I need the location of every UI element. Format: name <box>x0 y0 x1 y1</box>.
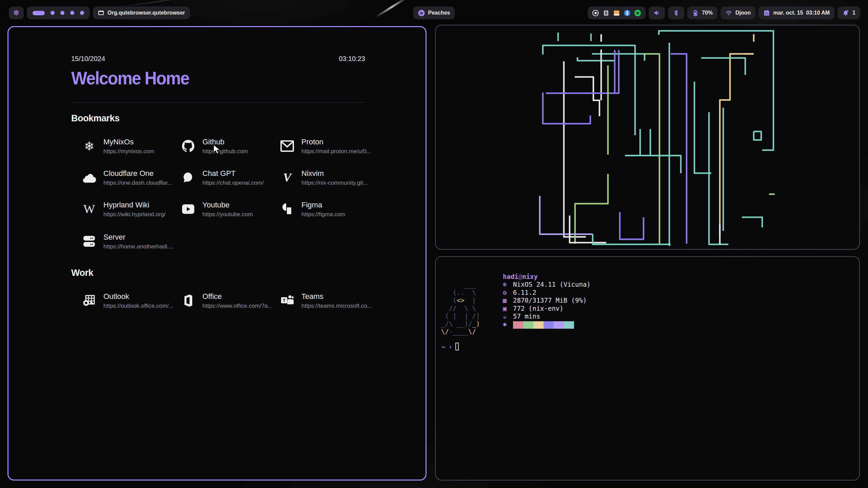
bookmark-outlook[interactable]: Outlook https://outlook.office.com/... <box>82 290 177 311</box>
bookmark-label: Nixvim <box>301 169 368 178</box>
tray-keepass-icon[interactable] <box>603 9 610 17</box>
desktop: ❄ Org.qutebrowser.qutebrowser Peaches <box>0 0 868 488</box>
fastfetch-os-row: ❄NixOS 24.11 (Vicuna) <box>503 281 591 288</box>
bookmark-label: Cloudflare One <box>103 169 172 178</box>
palette-swatch <box>554 321 564 329</box>
bookmark-label: Server <box>103 233 174 242</box>
chat-bubble-icon <box>181 170 196 185</box>
network-pill[interactable]: Djoon <box>721 6 755 19</box>
bookmark-label: Teams <box>301 292 372 301</box>
bluetooth-pill[interactable] <box>668 6 684 19</box>
palette-swatch <box>564 321 574 329</box>
workspace-dot[interactable] <box>70 11 74 15</box>
youtube-icon <box>181 202 196 217</box>
battery-pill[interactable]: 70% <box>687 6 717 19</box>
bookmark-url: https://www.office.com/?a... <box>202 303 273 309</box>
tray-folder-icon[interactable] <box>613 9 620 17</box>
startpage-time: 03:10:23 <box>339 55 365 63</box>
nixos-menu-button[interactable]: ❄ <box>9 6 24 19</box>
bookmarks-row: W Hyprland Wiki https://wiki.hyprland.or… <box>82 199 365 220</box>
tray-camera-icon[interactable] <box>592 9 599 17</box>
bookmark-label: Hyprland Wiki <box>103 201 165 209</box>
notifications-pill[interactable]: 1 <box>837 6 860 19</box>
nix-snowflake-icon: ❄ <box>82 139 97 154</box>
volume-icon <box>653 9 660 16</box>
palette-swatch <box>544 321 554 329</box>
bookmark-server[interactable]: Server https://home.anotherhadi.... <box>82 231 177 252</box>
office-icon <box>181 293 196 308</box>
vim-v-icon: V <box>280 170 295 185</box>
tray-spotify-icon[interactable] <box>634 9 641 17</box>
bookmark-nixvim[interactable]: V Nixvim https://nix-community.git... <box>280 167 375 188</box>
prompt-chevron-icon: › <box>448 343 452 350</box>
teams-icon: T <box>280 293 295 308</box>
kernel-icon: ⚙ <box>503 289 513 297</box>
battery-icon <box>692 9 699 17</box>
svg-text:T: T <box>283 298 285 303</box>
workspaces-indicator[interactable] <box>27 6 90 19</box>
bookmark-youtube[interactable]: Youtube https://youtube.com <box>181 199 276 220</box>
bookmark-chatgpt[interactable]: Chat GPT https://chat.openai.com/ <box>181 167 276 188</box>
palette-icon: ✱ <box>503 320 513 329</box>
fastfetch-user-host: hadi@nixy <box>503 273 591 281</box>
github-icon <box>181 139 196 154</box>
cloud-icon <box>82 170 97 185</box>
prompt-path: ~ <box>441 343 445 350</box>
wiki-w-icon: W <box>82 202 97 217</box>
bookmark-label: Chat GPT <box>202 169 264 178</box>
now-playing-pill[interactable]: Peaches <box>413 6 455 19</box>
now-playing-title: Peaches <box>428 10 450 16</box>
window-icon <box>98 9 104 16</box>
memory-icon: ▦ <box>503 297 513 304</box>
bookmark-hyprland-wiki[interactable]: W Hyprland Wiki https://wiki.hyprland.or… <box>82 199 177 220</box>
bookmark-office[interactable]: Office https://www.office.com/?a... <box>181 290 276 311</box>
palette-swatch <box>513 321 523 329</box>
tux-ascii-art: ___ (.. \ (<> | // \ \ ( | | /|_/\ __)/_… <box>441 281 480 336</box>
bookmark-url: https://mail.proton.me/u/0... <box>301 148 371 155</box>
qutebrowser-window: 15/10/2024 03:10:23 Welcome Home Bookmar… <box>7 26 427 481</box>
terminal-color-palette <box>513 321 574 329</box>
bookmark-url: https://outlook.office.com/... <box>103 303 174 309</box>
clock-pill[interactable]: mar. oct. 15 03:10 AM <box>758 6 834 19</box>
bookmark-proton[interactable]: Proton https://mail.proton.me/u/0... <box>280 136 375 157</box>
bookmark-cloudflare-one[interactable]: Cloudflare One https://one.dash.cloudfla… <box>82 167 177 188</box>
bookmark-url: https://one.dash.cloudflar... <box>103 180 172 186</box>
workspace-dot[interactable] <box>60 11 64 15</box>
terminal-pipes-window[interactable] <box>435 25 860 250</box>
startpage-date: 15/10/2024 <box>71 55 105 63</box>
bookmark-github[interactable]: Github https://github.com <box>181 136 276 157</box>
spotify-icon <box>418 9 425 17</box>
fastfetch-palette-row: ✱ <box>503 320 591 329</box>
server-icon <box>82 234 97 249</box>
mail-icon <box>280 139 295 154</box>
palette-swatch <box>533 321 544 329</box>
os-icon: ❄ <box>503 281 513 288</box>
wifi-icon <box>725 9 732 16</box>
bookmark-teams[interactable]: T Teams https://teams.microsoft.co... <box>280 290 375 311</box>
topbar-right: 70% Djoon mar. oct. 15 03:10 AM <box>588 6 860 19</box>
terminal-fastfetch-window[interactable]: ___ (.. \ (<> | // \ \ ( | | /|_/\ __)/_… <box>435 256 860 481</box>
bookmark-url: https://chat.openai.com/ <box>202 180 264 186</box>
bookmark-url: https://home.anotherhadi.... <box>103 243 174 250</box>
bookmark-label: Outlook <box>103 292 174 301</box>
bookmark-url: https://mynixos.com <box>103 148 154 155</box>
bookmark-label: Office <box>202 292 273 301</box>
tray-bluetooth-icon[interactable] <box>624 9 631 17</box>
workspace-dot[interactable] <box>80 11 84 15</box>
fastfetch-memory-row: ▦2870/31377 MiB (9%) <box>503 297 591 304</box>
bookmarks-row: Server https://home.anotherhadi.... <box>82 231 365 252</box>
bookmark-url: https://figma.com <box>301 211 345 218</box>
wallpaper-streak <box>375 0 408 18</box>
workspace-dot[interactable] <box>51 11 55 15</box>
shell-prompt[interactable]: ~ › <box>441 343 459 350</box>
window-title: Org.qutebrowser.qutebrowser <box>107 10 185 16</box>
volume-pill[interactable] <box>649 6 665 19</box>
bookmark-mynixos[interactable]: ❄ MyNixOs https://mynixos.com <box>82 136 177 157</box>
startpage: 15/10/2024 03:10:23 Welcome Home Bookmar… <box>71 27 365 480</box>
workspace-active[interactable] <box>33 11 45 15</box>
bookmark-figma[interactable]: Figma https://figma.com <box>280 199 375 220</box>
bookmark-url: https://nix-community.git... <box>301 180 368 186</box>
bookmarks-row: ❄ MyNixOs https://mynixos.com Github htt… <box>82 136 365 157</box>
startpage-daterow: 15/10/2024 03:10:23 <box>71 55 365 63</box>
bookmark-url: https://github.com <box>202 148 248 155</box>
